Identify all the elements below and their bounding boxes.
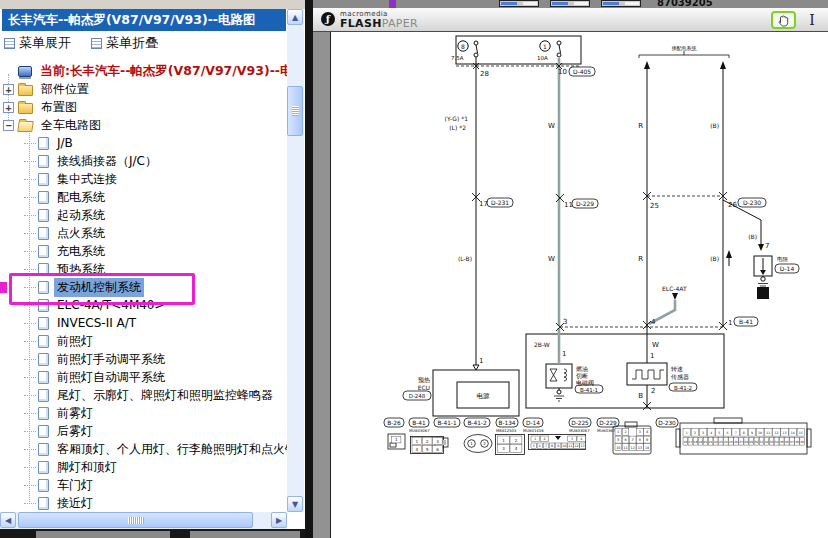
folder-icon bbox=[18, 85, 33, 96]
tree-branch-line bbox=[24, 430, 36, 432]
tree-branch-line bbox=[24, 394, 36, 396]
tree-branch-line bbox=[24, 304, 36, 306]
svg-text:13: 13 bbox=[581, 444, 585, 448]
svg-text:(L-B): (L-B) bbox=[458, 255, 472, 262]
tree-branch-line bbox=[24, 160, 36, 162]
tree-item-label: INVECS-II A/T bbox=[54, 315, 139, 331]
svg-text:预热: 预热 bbox=[418, 376, 430, 384]
horizontal-scroll-thumb[interactable] bbox=[18, 512, 253, 528]
vertical-scroll-thumb[interactable] bbox=[287, 86, 303, 136]
svg-text:D-225: D-225 bbox=[571, 420, 589, 426]
svg-text:28: 28 bbox=[744, 440, 748, 444]
menu-expand-button[interactable]: 菜单展开 bbox=[4, 34, 71, 52]
tree-item-label: 客厢顶灯、个人用灯、行李舱照明灯和点火钥 bbox=[54, 440, 287, 459]
tree-expand-toggle[interactable]: + bbox=[3, 102, 14, 113]
svg-text:28: 28 bbox=[480, 70, 489, 78]
svg-text:25: 25 bbox=[650, 202, 659, 210]
tree-item[interactable]: + 布置图 bbox=[0, 98, 287, 116]
svg-text:1: 1 bbox=[543, 43, 547, 50]
svg-text:D-14: D-14 bbox=[526, 420, 540, 426]
svg-text:MB812503: MB812503 bbox=[496, 428, 517, 433]
scroll-left-button[interactable]: ◀ bbox=[0, 512, 16, 528]
background-window-strip: 87039205 bbox=[313, 0, 828, 8]
scroll-up-button[interactable]: ▲ bbox=[287, 9, 303, 25]
tree-item[interactable]: 前照灯自动调平系统 bbox=[0, 368, 287, 386]
computer-icon bbox=[18, 66, 32, 77]
svg-text:B-41: B-41 bbox=[739, 318, 753, 325]
catalog-title-bar: 长丰汽车--帕杰罗(V87/V97/V93)--电路图 bbox=[2, 9, 286, 31]
svg-text:接配电系统: 接配电系统 bbox=[672, 45, 697, 52]
tree-item[interactable]: 集中式连接 bbox=[0, 170, 287, 188]
tree-vertical-scrollbar[interactable]: ▲ ▼ bbox=[287, 9, 304, 512]
svg-text:30: 30 bbox=[755, 440, 759, 444]
tree-item[interactable]: 接线插接器（J/C） bbox=[0, 152, 287, 170]
tree-item-label: 脚灯和顶灯 bbox=[54, 458, 120, 477]
doc-icon bbox=[38, 479, 49, 492]
svg-text:8: 8 bbox=[461, 43, 465, 50]
tree-item[interactable]: INVECS-II A/T bbox=[0, 314, 287, 332]
tree-horizontal-scrollbar[interactable]: ◀ ▶ bbox=[0, 512, 287, 529]
svg-text:ECU: ECU bbox=[418, 384, 430, 391]
text-select-tool-button[interactable]: I bbox=[806, 12, 818, 28]
svg-text:R: R bbox=[638, 255, 643, 263]
scroll-down-button[interactable]: ▼ bbox=[287, 496, 303, 512]
tree-item[interactable]: 脚灯和顶灯 bbox=[0, 458, 287, 476]
document-area[interactable]: 8 1 7.5A 10A 28 10 D-405 (Y-G) *1 (L) *2… bbox=[313, 32, 828, 538]
svg-text:22: 22 bbox=[714, 440, 718, 444]
tree-item[interactable]: 前照灯 bbox=[0, 332, 287, 350]
tree-item[interactable]: 前雾灯 bbox=[0, 404, 287, 422]
doc-icon bbox=[38, 173, 49, 186]
tree-item[interactable]: J/B bbox=[0, 134, 287, 152]
svg-text:3: 3 bbox=[639, 430, 641, 434]
tree-item[interactable]: 配电系统 bbox=[0, 188, 287, 206]
tree-item[interactable]: 预热系统 bbox=[0, 260, 287, 278]
tree-branch-line bbox=[24, 250, 36, 252]
tree-branch-line bbox=[24, 376, 36, 378]
tree-item[interactable]: 后雾灯 bbox=[0, 422, 287, 440]
svg-text:23: 23 bbox=[719, 440, 723, 444]
tree-item[interactable]: − 全车电路图 bbox=[0, 116, 287, 134]
tree-item[interactable]: 接近灯 bbox=[0, 494, 287, 512]
svg-text:17: 17 bbox=[688, 440, 692, 444]
svg-text:1: 1 bbox=[728, 319, 732, 327]
svg-text:16: 16 bbox=[683, 440, 687, 444]
tree-item-label: 接线插接器（J/C） bbox=[54, 152, 160, 171]
tree-item[interactable]: 尾灯、示廓灯、牌照灯和照明监控蜂鸣器 bbox=[0, 386, 287, 404]
background-window-fragment bbox=[550, 0, 590, 7]
tree-item[interactable]: ELC-4A/T<4M40> bbox=[0, 296, 287, 314]
tree-item[interactable]: + 部件位置 bbox=[0, 80, 287, 98]
tree-item-label: 当前:长丰汽车--帕杰罗(V87/V97/V93)--电路 bbox=[37, 62, 287, 81]
svg-text:B-41-1: B-41-1 bbox=[580, 387, 598, 393]
tree-item[interactable]: 当前:长丰汽车--帕杰罗(V87/V97/V93)--电路 bbox=[0, 62, 287, 80]
tree-item[interactable]: 发动机控制系统 bbox=[0, 278, 287, 296]
svg-text:8: 8 bbox=[551, 444, 553, 448]
tree-item-label: 后雾灯 bbox=[54, 422, 96, 441]
tree-item[interactable]: 前照灯手动调平系统 bbox=[0, 350, 287, 368]
svg-text:4: 4 bbox=[580, 437, 582, 441]
tree-item[interactable]: 客厢顶灯、个人用灯、行李舱照明灯和点火钥 bbox=[0, 440, 287, 458]
svg-text:11: 11 bbox=[564, 201, 573, 209]
svg-text:29: 29 bbox=[749, 440, 753, 444]
folder-open-icon bbox=[17, 121, 34, 132]
svg-text:10A: 10A bbox=[537, 55, 548, 61]
svg-text:2B-W: 2B-W bbox=[534, 341, 550, 348]
tree-branch-line bbox=[24, 340, 36, 342]
svg-text:13: 13 bbox=[638, 446, 642, 450]
menu-collapse-label: 菜单折叠 bbox=[106, 34, 158, 52]
doc-icon bbox=[38, 209, 49, 222]
hand-tool-button[interactable] bbox=[771, 11, 796, 29]
svg-text:37: 37 bbox=[790, 440, 794, 444]
tree-item-label: 车门灯 bbox=[54, 476, 96, 495]
tree-expand-toggle[interactable]: + bbox=[3, 84, 14, 95]
svg-text:传感器: 传感器 bbox=[671, 373, 689, 381]
scroll-right-button[interactable]: ▶ bbox=[271, 512, 287, 528]
tree-expand-toggle[interactable]: − bbox=[3, 120, 14, 131]
tree-item[interactable]: 车门灯 bbox=[0, 476, 287, 494]
tree-item[interactable]: 充电系统 bbox=[0, 242, 287, 260]
doc-icon bbox=[38, 281, 49, 294]
tree-item[interactable]: 点火系统 bbox=[0, 224, 287, 242]
svg-text:5: 5 bbox=[426, 447, 429, 452]
panel-divider bbox=[305, 0, 313, 538]
tree-item[interactable]: 起动系统 bbox=[0, 206, 287, 224]
menu-collapse-button[interactable]: 菜单折叠 bbox=[91, 34, 158, 52]
